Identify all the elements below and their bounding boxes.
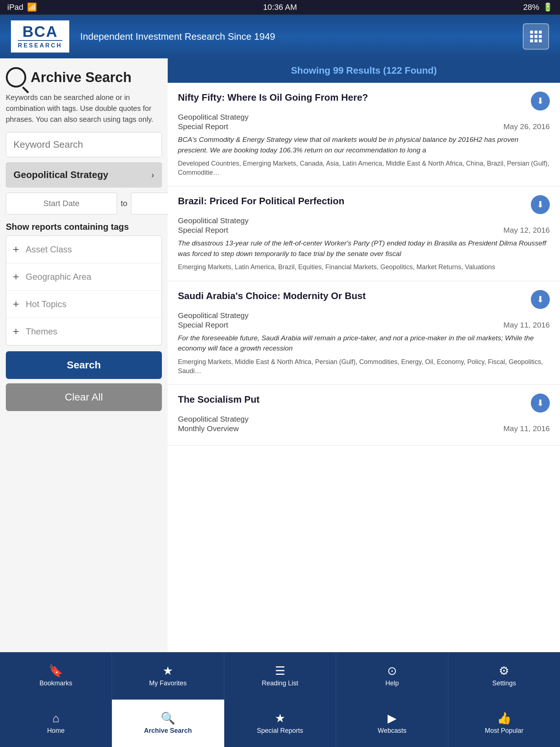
nav-item-home[interactable]: ⌂ Home xyxy=(0,700,112,747)
nav-item-favorites[interactable]: ★ My Favorites xyxy=(112,652,224,700)
download-button-4[interactable]: ⬇ xyxy=(531,394,550,413)
star-box-icon: ★ xyxy=(275,712,285,724)
logo-bca: BCA xyxy=(23,24,58,39)
download-icon-2: ⬇ xyxy=(537,200,544,210)
thumb-up-icon: 👍 xyxy=(497,712,512,724)
tag-item-hot-topics[interactable]: + Hot Topics xyxy=(6,291,162,318)
battery-label: 28% xyxy=(523,3,539,12)
battery-icon: 🔋 xyxy=(543,3,553,12)
article-excerpt-1: BCA's Commodity & Energy Strategy view t… xyxy=(178,135,550,155)
nav-item-bookmarks[interactable]: 🔖 Bookmarks xyxy=(0,652,112,700)
tag-item-themes[interactable]: + Themes xyxy=(6,318,162,345)
clear-all-button[interactable]: Clear All xyxy=(6,383,162,411)
download-icon-4: ⬇ xyxy=(537,398,544,408)
service-dropdown[interactable]: Geopolitical Strategy › xyxy=(6,162,162,187)
nav-item-special-reports[interactable]: ★ Special Reports xyxy=(224,700,336,747)
help-icon: ⊙ xyxy=(387,665,397,677)
article-type-1: Special Report xyxy=(178,122,228,131)
date-row: to xyxy=(6,193,162,214)
article-service-2: Geopolitical Strategy xyxy=(178,216,550,225)
chevron-right-icon: › xyxy=(151,170,154,180)
nav-item-help[interactable]: ⊙ Help xyxy=(336,652,448,700)
article-date-3: May 11, 2016 xyxy=(503,321,550,329)
tag-item-geographic-area[interactable]: + Geographic Area xyxy=(6,263,162,291)
article-top-3: Saudi Arabia's Choice: Modernity Or Bust… xyxy=(178,290,550,309)
download-icon-3: ⬇ xyxy=(537,294,544,305)
nav-label-webcasts: Webcasts xyxy=(378,727,407,735)
status-right: 28% 🔋 xyxy=(523,3,553,12)
nav-item-most-popular[interactable]: 👍 Most Popular xyxy=(448,700,560,747)
archive-description: Keywords can be searched alone or in com… xyxy=(6,92,162,125)
nav-label-home: Home xyxy=(47,727,65,735)
tag-label-themes: Themes xyxy=(26,326,58,337)
article-top-2: Brazil: Priced For Political Perfection … xyxy=(178,195,550,214)
nav-item-reading-list[interactable]: ☰ Reading List xyxy=(224,652,336,700)
search-nav-icon: 🔍 xyxy=(161,712,175,724)
plus-icon-themes: + xyxy=(13,325,19,338)
article-date-1: May 26, 2016 xyxy=(503,122,550,131)
article-meta-1: Special Report May 26, 2016 xyxy=(178,122,550,131)
nav-label-archive-search: Archive Search xyxy=(144,727,192,735)
bookmark-icon: 🔖 xyxy=(48,665,63,677)
star-icon: ★ xyxy=(163,665,173,677)
bottom-navigation: 🔖 Bookmarks ★ My Favorites ☰ Reading Lis… xyxy=(0,652,560,747)
article-card-2[interactable]: Brazil: Priced For Political Perfection … xyxy=(168,186,560,281)
article-top-4: The Socialism Put ⬇ xyxy=(178,394,550,413)
article-card-1[interactable]: Nifty Fifty: Where Is Oil Going From Her… xyxy=(168,83,560,186)
article-title-3: Saudi Arabia's Choice: Modernity Or Bust xyxy=(178,290,531,302)
nav-label-bookmarks: Bookmarks xyxy=(39,680,72,687)
tag-item-asset-class[interactable]: + Asset Class xyxy=(6,236,162,263)
article-title-4: The Socialism Put xyxy=(178,394,531,406)
plus-icon-geographic-area: + xyxy=(13,271,19,283)
download-button-3[interactable]: ⬇ xyxy=(531,290,550,309)
article-service-1: Geopolitical Strategy xyxy=(178,113,550,121)
download-button-1[interactable]: ⬇ xyxy=(531,92,550,111)
plus-icon-hot-topics: + xyxy=(13,298,19,310)
logo-box: BCA RESEARCH xyxy=(11,20,69,53)
time-display: 10:36 AM xyxy=(263,3,297,12)
article-type-2: Special Report xyxy=(178,226,228,235)
article-excerpt-2: The disastrous 13-year rule of the left-… xyxy=(178,238,550,259)
nav-label-reading-list: Reading List xyxy=(262,680,298,687)
home-icon: ⌂ xyxy=(52,712,59,724)
download-button-2[interactable]: ⬇ xyxy=(531,195,550,214)
download-icon-1: ⬇ xyxy=(537,96,544,106)
right-panel: Showing 99 Results (122 Found) Nifty Fif… xyxy=(168,58,560,652)
grid-icon[interactable] xyxy=(523,23,549,50)
article-service-4: Geopolitical Strategy xyxy=(178,415,550,423)
article-date-2: May 12, 2016 xyxy=(503,226,550,235)
article-meta-4: Monthly Overview May 11, 2016 xyxy=(178,424,550,433)
tag-label-asset-class: Asset Class xyxy=(26,244,72,255)
archive-title-row: Archive Search xyxy=(6,67,162,88)
app-header: BCA RESEARCH Independent Investment Rese… xyxy=(0,15,560,58)
status-bar: iPad 📶 10:36 AM 28% 🔋 xyxy=(0,0,560,15)
articles-list: Nifty Fifty: Where Is Oil Going From Her… xyxy=(168,83,560,652)
start-date-input[interactable] xyxy=(6,193,117,214)
article-card-4[interactable]: The Socialism Put ⬇ Geopolitical Strateg… xyxy=(168,385,560,446)
article-meta-2: Special Report May 12, 2016 xyxy=(178,226,550,235)
article-tags-2: Emerging Markets, Latin America, Brazil,… xyxy=(178,263,550,272)
article-tags-3: Emerging Markets, Middle East & North Af… xyxy=(178,357,550,376)
gear-icon: ⚙ xyxy=(499,665,509,677)
keyword-input[interactable] xyxy=(6,132,162,157)
nav-item-settings[interactable]: ⚙ Settings xyxy=(448,652,560,700)
search-button[interactable]: Search xyxy=(6,351,162,379)
article-type-3: Special Report xyxy=(178,321,228,329)
left-panel: Archive Search Keywords can be searched … xyxy=(0,58,168,652)
device-label: iPad xyxy=(7,3,23,12)
article-type-4: Monthly Overview xyxy=(178,424,239,433)
tag-label-hot-topics: Hot Topics xyxy=(26,299,67,309)
nav-item-webcasts[interactable]: ▶ Webcasts xyxy=(336,700,448,747)
article-service-3: Geopolitical Strategy xyxy=(178,311,550,320)
nav-label-favorites: My Favorites xyxy=(149,680,187,687)
list-icon: ☰ xyxy=(275,665,285,677)
article-card-3[interactable]: Saudi Arabia's Choice: Modernity Or Bust… xyxy=(168,281,560,385)
article-date-4: May 11, 2016 xyxy=(503,424,550,433)
search-icon xyxy=(6,67,26,88)
article-top-1: Nifty Fifty: Where Is Oil Going From Her… xyxy=(178,92,550,111)
article-tags-1: Developed Countries, Emerging Markets, C… xyxy=(178,159,550,177)
nav-item-archive-search[interactable]: 🔍 Archive Search xyxy=(112,700,224,747)
status-left: iPad 📶 xyxy=(7,3,37,12)
plus-icon-asset-class: + xyxy=(13,243,19,256)
results-label: Showing 99 Results (122 Found) xyxy=(291,65,437,76)
